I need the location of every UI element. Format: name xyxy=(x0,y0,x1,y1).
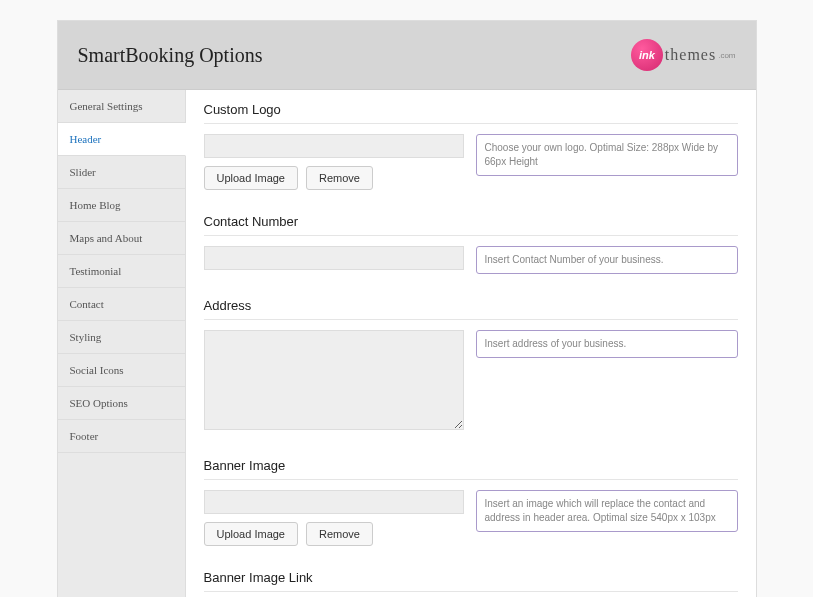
button-row: Upload Image Remove xyxy=(204,522,464,546)
help-text: Insert an image which will replace the c… xyxy=(476,490,738,532)
address-textarea[interactable] xyxy=(204,330,464,430)
remove-button[interactable]: Remove xyxy=(306,522,373,546)
custom-logo-input[interactable] xyxy=(204,134,464,158)
page-title: SmartBooking Options xyxy=(78,44,263,67)
sidebar-item-home-blog[interactable]: Home Blog xyxy=(58,189,185,222)
sidebar-item-seo-options[interactable]: SEO Options xyxy=(58,387,185,420)
sidebar-item-styling[interactable]: Styling xyxy=(58,321,185,354)
field-column xyxy=(204,246,464,270)
sidebar-item-footer[interactable]: Footer xyxy=(58,420,185,453)
section-row: Insert Contact Number of your business. xyxy=(204,246,738,274)
options-panel: SmartBooking Options ink themes .com Gen… xyxy=(57,20,757,597)
section-row: Insert address of your business. xyxy=(204,330,738,434)
upload-image-button[interactable]: Upload Image xyxy=(204,522,299,546)
logo-text: themes xyxy=(665,46,716,64)
sidebar-item-general-settings[interactable]: General Settings xyxy=(58,90,185,123)
section-title: Banner Image Link xyxy=(204,570,738,592)
section-row: Upload Image Remove Insert an image whic… xyxy=(204,490,738,546)
remove-button[interactable]: Remove xyxy=(306,166,373,190)
help-text: Insert Contact Number of your business. xyxy=(476,246,738,274)
section-title: Custom Logo xyxy=(204,102,738,124)
upload-image-button[interactable]: Upload Image xyxy=(204,166,299,190)
help-text: Choose your own logo. Optimal Size: 288p… xyxy=(476,134,738,176)
button-row: Upload Image Remove xyxy=(204,166,464,190)
sidebar-item-header[interactable]: Header xyxy=(58,123,186,156)
contact-number-input[interactable] xyxy=(204,246,464,270)
section-title: Banner Image xyxy=(204,458,738,480)
section-row: Upload Image Remove Choose your own logo… xyxy=(204,134,738,190)
section-title: Address xyxy=(204,298,738,320)
section-banner-image-link: Banner Image Link Link for your banner i… xyxy=(204,570,738,597)
main-content: Custom Logo Upload Image Remove Choose y… xyxy=(186,90,756,597)
field-column: Upload Image Remove xyxy=(204,134,464,190)
banner-image-input[interactable] xyxy=(204,490,464,514)
field-column: Upload Image Remove xyxy=(204,490,464,546)
section-contact-number: Contact Number Insert Contact Number of … xyxy=(204,214,738,274)
section-title: Contact Number xyxy=(204,214,738,236)
logo-icon: ink xyxy=(631,39,663,71)
section-custom-logo: Custom Logo Upload Image Remove Choose y… xyxy=(204,102,738,190)
brand-logo: ink themes .com xyxy=(631,39,736,71)
section-address: Address Insert address of your business. xyxy=(204,298,738,434)
sidebar-item-contact[interactable]: Contact xyxy=(58,288,185,321)
panel-header: SmartBooking Options ink themes .com xyxy=(58,21,756,90)
sidebar-item-social-icons[interactable]: Social Icons xyxy=(58,354,185,387)
sidebar-item-testimonial[interactable]: Testimonial xyxy=(58,255,185,288)
logo-domain: .com xyxy=(718,51,735,60)
help-text: Insert address of your business. xyxy=(476,330,738,358)
field-column xyxy=(204,330,464,434)
sidebar-item-maps-and-about[interactable]: Maps and About xyxy=(58,222,185,255)
sidebar-item-slider[interactable]: Slider xyxy=(58,156,185,189)
sidebar: General Settings Header Slider Home Blog… xyxy=(58,90,186,597)
body-wrap: General Settings Header Slider Home Blog… xyxy=(58,90,756,597)
section-banner-image: Banner Image Upload Image Remove Insert … xyxy=(204,458,738,546)
